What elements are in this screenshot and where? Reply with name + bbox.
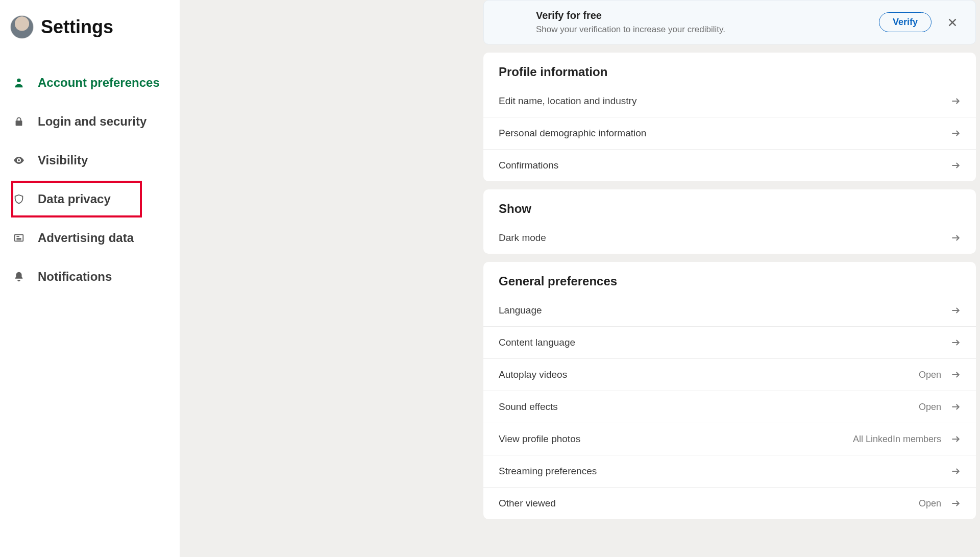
sidebar: Settings Account preferences Login and s…: [0, 0, 180, 557]
arrow-right-icon: [950, 128, 961, 138]
row-autoplay-videos[interactable]: Autoplay videos Open: [483, 358, 976, 391]
show-card: Show Dark mode: [483, 189, 976, 254]
section-title-show: Show: [483, 189, 976, 222]
row-label: Confirmations: [499, 160, 558, 171]
row-value: Open: [919, 498, 941, 509]
arrow-right-icon: [950, 498, 961, 508]
row-label: Language: [499, 305, 542, 316]
shield-icon: [12, 192, 26, 206]
sidebar-item-account-preferences[interactable]: Account preferences: [10, 63, 180, 102]
row-confirmations[interactable]: Confirmations: [483, 149, 976, 181]
sidebar-item-data-privacy[interactable]: Data privacy: [10, 180, 143, 219]
sidebar-item-advertising-data[interactable]: Advertising data: [10, 219, 180, 257]
general-preferences-card: General preferences Language Content lan…: [483, 262, 976, 519]
arrow-right-icon: [950, 233, 961, 243]
row-label: Autoplay videos: [499, 369, 567, 380]
close-icon[interactable]: [944, 14, 961, 31]
lock-icon: [12, 115, 26, 128]
svg-point-0: [17, 79, 20, 82]
user-icon: [12, 76, 26, 89]
eye-icon: [12, 154, 26, 167]
row-other-viewed[interactable]: Other viewed Open: [483, 487, 976, 519]
verify-title: Verify for free: [536, 10, 879, 21]
row-label: Other viewed: [499, 498, 556, 509]
sidebar-nav: Account preferences Login and security V…: [10, 63, 180, 296]
sidebar-item-visibility[interactable]: Visibility: [10, 141, 180, 180]
arrow-right-icon: [950, 96, 961, 106]
sidebar-item-login-security[interactable]: Login and security: [10, 102, 180, 141]
sidebar-item-label: Data privacy: [38, 192, 111, 206]
arrow-right-icon: [950, 370, 961, 380]
row-label: Streaming preferences: [499, 466, 597, 477]
row-label: Sound effects: [499, 401, 558, 413]
page-title: Settings: [41, 16, 113, 38]
bell-icon: [12, 270, 26, 283]
sidebar-item-label: Login and security: [38, 114, 146, 129]
sidebar-item-label: Visibility: [38, 153, 88, 167]
section-title-profile: Profile information: [483, 53, 976, 85]
newspaper-icon: [12, 231, 26, 245]
verify-banner: Verify for free Show your verification t…: [483, 0, 976, 44]
row-value: All LinkedIn members: [853, 434, 941, 445]
main-content: Verify for free Show your verification t…: [483, 0, 980, 557]
row-streaming-preferences[interactable]: Streaming preferences: [483, 455, 976, 487]
row-label: Edit name, location and industry: [499, 95, 636, 107]
row-view-profile-photos[interactable]: View profile photos All LinkedIn members: [483, 423, 976, 455]
row-language[interactable]: Language: [483, 295, 976, 326]
arrow-right-icon: [950, 337, 961, 348]
row-label: View profile photos: [499, 433, 580, 445]
sidebar-item-label: Account preferences: [38, 76, 160, 90]
section-title-general: General preferences: [483, 262, 976, 295]
verify-subtitle: Show your verification to increase your …: [536, 25, 879, 35]
arrow-right-icon: [950, 434, 961, 444]
row-value: Open: [919, 402, 941, 413]
row-edit-name[interactable]: Edit name, location and industry: [483, 85, 976, 117]
sidebar-item-label: Notifications: [38, 270, 112, 284]
arrow-right-icon: [950, 305, 961, 316]
row-demographic[interactable]: Personal demographic information: [483, 117, 976, 149]
profile-information-card: Profile information Edit name, location …: [483, 53, 976, 181]
content-gap: [180, 0, 483, 557]
sidebar-item-label: Advertising data: [38, 231, 134, 245]
arrow-right-icon: [950, 160, 961, 171]
row-value: Open: [919, 370, 941, 380]
row-label: Personal demographic information: [499, 128, 646, 139]
arrow-right-icon: [950, 466, 961, 476]
arrow-right-icon: [950, 402, 961, 412]
row-dark-mode[interactable]: Dark mode: [483, 222, 976, 254]
row-content-language[interactable]: Content language: [483, 326, 976, 358]
sidebar-item-notifications[interactable]: Notifications: [10, 257, 180, 296]
row-label: Dark mode: [499, 232, 546, 244]
verify-button[interactable]: Verify: [879, 12, 932, 32]
avatar[interactable]: [10, 15, 34, 39]
row-sound-effects[interactable]: Sound effects Open: [483, 391, 976, 423]
sidebar-header: Settings: [10, 10, 180, 49]
row-label: Content language: [499, 337, 575, 348]
